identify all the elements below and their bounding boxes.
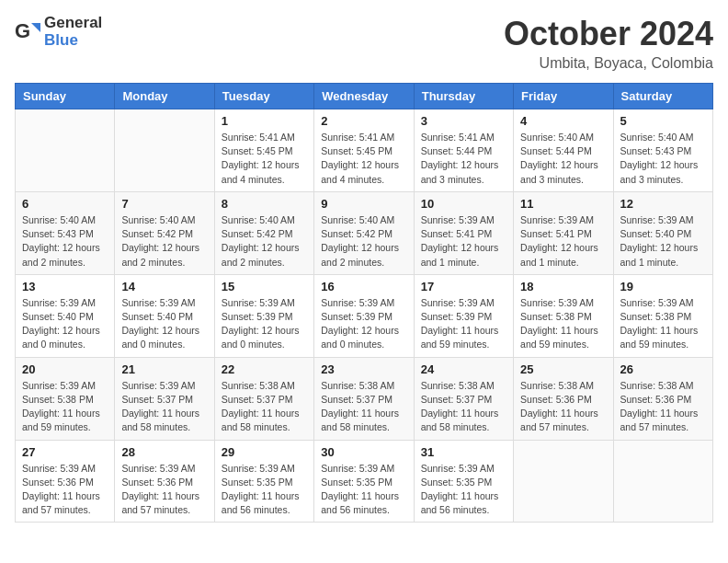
calendar-week-row: 1Sunrise: 5:41 AM Sunset: 5:45 PM Daylig… [16,109,713,192]
day-info: Sunrise: 5:39 AM Sunset: 5:38 PM Dayligh… [22,379,108,435]
calendar-cell: 11Sunrise: 5:39 AM Sunset: 5:41 PM Dayli… [514,191,613,274]
day-info: Sunrise: 5:40 AM Sunset: 5:42 PM Dayligh… [121,213,207,270]
calendar-cell [115,109,214,192]
day-info: Sunrise: 5:39 AM Sunset: 5:39 PM Dayligh… [222,296,307,352]
calendar-cell: 16Sunrise: 5:39 AM Sunset: 5:39 PM Dayli… [314,274,414,357]
calendar-week-row: 27Sunrise: 5:39 AM Sunset: 5:36 PM Dayli… [16,440,713,523]
calendar-cell: 3Sunrise: 5:41 AM Sunset: 5:44 PM Daylig… [414,109,513,192]
calendar-cell: 26Sunrise: 5:38 AM Sunset: 5:36 PM Dayli… [613,357,712,440]
day-info: Sunrise: 5:38 AM Sunset: 5:36 PM Dayligh… [520,379,606,435]
day-number: 22 [222,362,307,376]
calendar-cell: 19Sunrise: 5:39 AM Sunset: 5:38 PM Dayli… [613,274,712,357]
day-number: 7 [121,197,207,211]
calendar-cell: 13Sunrise: 5:39 AM Sunset: 5:40 PM Dayli… [16,274,115,357]
day-number: 26 [620,362,706,376]
day-info: Sunrise: 5:39 AM Sunset: 5:35 PM Dayligh… [321,462,406,518]
calendar-cell: 2Sunrise: 5:41 AM Sunset: 5:45 PM Daylig… [314,109,414,192]
calendar-cell: 28Sunrise: 5:39 AM Sunset: 5:36 PM Dayli… [115,440,214,523]
day-info: Sunrise: 5:39 AM Sunset: 5:40 PM Dayligh… [620,213,706,270]
day-info: Sunrise: 5:39 AM Sunset: 5:38 PM Dayligh… [620,296,706,352]
day-info: Sunrise: 5:40 AM Sunset: 5:44 PM Dayligh… [520,131,606,187]
calendar-cell: 29Sunrise: 5:39 AM Sunset: 5:35 PM Dayli… [214,440,313,523]
day-info: Sunrise: 5:40 AM Sunset: 5:42 PM Dayligh… [321,213,406,270]
day-number: 13 [22,280,108,293]
day-info: Sunrise: 5:38 AM Sunset: 5:37 PM Dayligh… [421,379,506,435]
day-number: 3 [421,114,506,128]
day-number: 20 [22,362,108,376]
day-info: Sunrise: 5:39 AM Sunset: 5:40 PM Dayligh… [121,296,207,352]
logo-general-text: General [44,15,102,32]
weekday-header-wednesday: Wednesday [314,84,414,109]
day-info: Sunrise: 5:39 AM Sunset: 5:39 PM Dayligh… [421,296,506,352]
calendar-cell: 1Sunrise: 5:41 AM Sunset: 5:45 PM Daylig… [214,109,313,192]
location-title: Umbita, Boyaca, Colombia [504,55,713,72]
calendar-cell: 15Sunrise: 5:39 AM Sunset: 5:39 PM Dayli… [214,274,313,357]
calendar-cell: 23Sunrise: 5:38 AM Sunset: 5:37 PM Dayli… [314,357,414,440]
day-info: Sunrise: 5:40 AM Sunset: 5:43 PM Dayligh… [22,213,108,270]
weekday-header-row: SundayMondayTuesdayWednesdayThursdayFrid… [16,84,713,109]
calendar-cell: 9Sunrise: 5:40 AM Sunset: 5:42 PM Daylig… [314,191,414,274]
calendar-cell [613,440,712,523]
day-number: 4 [520,114,606,128]
calendar-cell: 4Sunrise: 5:40 AM Sunset: 5:44 PM Daylig… [514,109,613,192]
day-info: Sunrise: 5:39 AM Sunset: 5:35 PM Dayligh… [222,462,307,518]
day-info: Sunrise: 5:38 AM Sunset: 5:37 PM Dayligh… [222,379,307,435]
calendar-cell: 6Sunrise: 5:40 AM Sunset: 5:43 PM Daylig… [16,191,115,274]
title-block: October 2024 Umbita, Boyaca, Colombia [504,15,713,72]
day-number: 25 [520,362,606,376]
day-info: Sunrise: 5:39 AM Sunset: 5:41 PM Dayligh… [520,213,606,270]
calendar-cell: 30Sunrise: 5:39 AM Sunset: 5:35 PM Dayli… [314,440,414,523]
calendar-cell: 31Sunrise: 5:39 AM Sunset: 5:35 PM Dayli… [414,440,513,523]
weekday-header-tuesday: Tuesday [214,84,313,109]
day-number: 24 [421,362,506,376]
calendar-cell: 10Sunrise: 5:39 AM Sunset: 5:41 PM Dayli… [414,191,513,274]
month-title: October 2024 [504,15,713,53]
day-number: 12 [620,197,706,211]
calendar-cell: 24Sunrise: 5:38 AM Sunset: 5:37 PM Dayli… [414,357,513,440]
svg-text:G: G [15,19,30,42]
day-number: 19 [620,280,706,293]
day-number: 29 [222,445,307,459]
day-number: 21 [121,362,207,376]
day-number: 23 [321,362,406,376]
day-info: Sunrise: 5:39 AM Sunset: 5:37 PM Dayligh… [121,379,207,435]
day-info: Sunrise: 5:39 AM Sunset: 5:35 PM Dayligh… [421,462,506,518]
calendar-cell: 14Sunrise: 5:39 AM Sunset: 5:40 PM Dayli… [115,274,214,357]
day-info: Sunrise: 5:41 AM Sunset: 5:44 PM Dayligh… [421,131,506,187]
weekday-header-friday: Friday [514,84,613,109]
weekday-header-saturday: Saturday [613,84,712,109]
day-number: 11 [520,197,606,211]
day-info: Sunrise: 5:38 AM Sunset: 5:37 PM Dayligh… [321,379,406,435]
weekday-header-monday: Monday [115,84,214,109]
calendar-cell: 25Sunrise: 5:38 AM Sunset: 5:36 PM Dayli… [514,357,613,440]
logo-icon: G [15,19,40,45]
day-info: Sunrise: 5:41 AM Sunset: 5:45 PM Dayligh… [321,131,406,187]
calendar-cell: 8Sunrise: 5:40 AM Sunset: 5:42 PM Daylig… [214,191,313,274]
calendar-cell: 21Sunrise: 5:39 AM Sunset: 5:37 PM Dayli… [115,357,214,440]
calendar-cell: 5Sunrise: 5:40 AM Sunset: 5:43 PM Daylig… [613,109,712,192]
day-number: 17 [421,280,506,293]
day-number: 31 [421,445,506,459]
calendar-cell: 27Sunrise: 5:39 AM Sunset: 5:36 PM Dayli… [16,440,115,523]
day-info: Sunrise: 5:39 AM Sunset: 5:36 PM Dayligh… [22,462,108,518]
day-info: Sunrise: 5:39 AM Sunset: 5:41 PM Dayligh… [421,213,506,270]
day-number: 8 [222,197,307,211]
weekday-header-sunday: Sunday [16,84,115,109]
day-number: 30 [321,445,406,459]
day-number: 15 [222,280,307,293]
calendar-cell: 7Sunrise: 5:40 AM Sunset: 5:42 PM Daylig… [115,191,214,274]
calendar-cell: 20Sunrise: 5:39 AM Sunset: 5:38 PM Dayli… [16,357,115,440]
day-number: 14 [121,280,207,293]
day-info: Sunrise: 5:41 AM Sunset: 5:45 PM Dayligh… [222,131,307,187]
day-number: 1 [222,114,307,128]
logo: G General Blue [15,15,102,49]
day-number: 5 [620,114,706,128]
calendar-table: SundayMondayTuesdayWednesdayThursdayFrid… [15,83,713,523]
logo-blue-text: Blue [44,32,102,50]
calendar-cell: 12Sunrise: 5:39 AM Sunset: 5:40 PM Dayli… [613,191,712,274]
svg-marker-1 [31,23,40,32]
page-header: G General Blue October 2024 Umbita, Boya… [15,15,713,72]
day-info: Sunrise: 5:39 AM Sunset: 5:39 PM Dayligh… [321,296,406,352]
day-number: 16 [321,280,406,293]
weekday-header-thursday: Thursday [414,84,513,109]
